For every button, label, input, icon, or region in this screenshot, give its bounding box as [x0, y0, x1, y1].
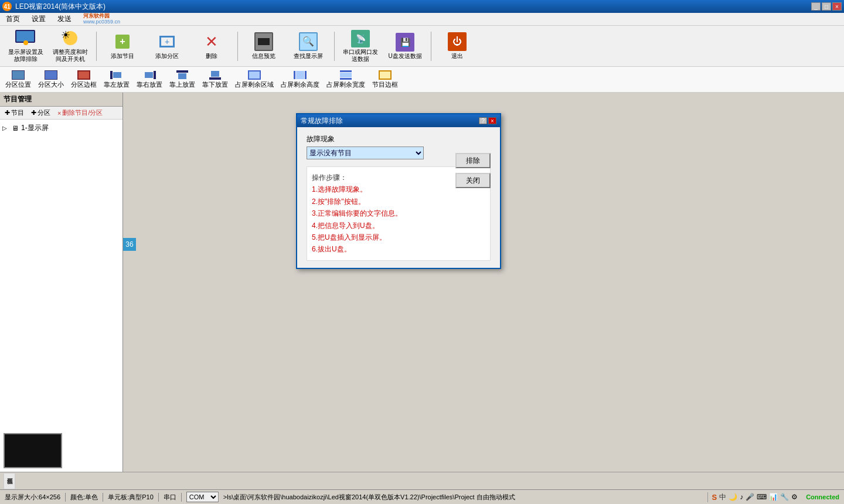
zone-border-label: 分区边框	[71, 80, 97, 89]
properties-panel-tab[interactable]: 属 性 面 板	[4, 473, 15, 489]
fill-remain-width-button[interactable]: 占屏剩余宽度	[324, 69, 368, 91]
title-bar-controls[interactable]: _ □ ×	[811, 2, 842, 11]
add-item-node-label: 节目	[11, 108, 24, 117]
menu-settings[interactable]: 设置	[26, 13, 52, 25]
dialog-title: 常规故障排除	[301, 116, 343, 126]
dialog-help-button[interactable]: ?	[479, 117, 487, 124]
tree-item-screen1[interactable]: ▷ 🖥 1-显示屏	[2, 122, 120, 134]
item-border-button[interactable]: 节目边框	[369, 69, 401, 91]
add-zone-node-button[interactable]: ✚分区	[29, 108, 53, 118]
tree-item-label: 1-显示屏	[21, 123, 49, 133]
exit-label: 退出	[451, 52, 463, 60]
keyboard-icon: ⌨	[757, 493, 767, 501]
add-item-button[interactable]: + 添加节目	[101, 28, 144, 64]
zone-size-button[interactable]: 分区大小	[35, 69, 67, 91]
content-area: 节目管理 ✚节目 ✚分区 ×删除节目/分区 ▷ 🖥 1-显示屏 36	[0, 93, 844, 472]
tools-icon: 🔧	[780, 493, 789, 501]
toolbar-sep-3	[334, 32, 335, 61]
find-screen-button[interactable]: 🔍 查找显示屏	[287, 28, 329, 64]
unit-type-status: 单元板:典型P10	[108, 493, 159, 502]
align-top-button[interactable]: 靠上放置	[166, 69, 198, 91]
add-item-node-button[interactable]: ✚节目	[2, 108, 26, 118]
fill-remain-width-label: 占屏剩余宽度	[326, 80, 365, 89]
add-zone-node-label: 分区	[38, 108, 50, 117]
color-mode-status: 颜色:单色	[70, 493, 103, 502]
dialog-close-button[interactable]: ×	[488, 117, 496, 124]
preview-button[interactable]: 信息预览	[243, 28, 285, 64]
step-5: 5.把U盘插入到显示屏。	[312, 231, 485, 243]
exit-button[interactable]: ⏻ 退出	[436, 28, 478, 64]
dialog-title-bar[interactable]: 常规故障排除 ? ×	[297, 114, 500, 127]
menu-home[interactable]: 首页	[0, 13, 26, 25]
menu-send[interactable]: 发送	[52, 13, 77, 25]
display-settings-button[interactable]: 显示屏设置及故障排除	[5, 28, 47, 64]
dialog-body: 故障现象 显示没有节目 排除 关闭 操作步骤： 1.选择故障现象。	[297, 127, 500, 268]
music-icon: ♪	[740, 493, 743, 501]
node-manager-header: 节目管理	[0, 93, 122, 107]
fault-label: 故障现象	[307, 134, 491, 144]
delete-node-button[interactable]: ×删除节目/分区	[55, 108, 106, 118]
maximize-button[interactable]: □	[822, 2, 831, 11]
step-6: 6.拔出U盘。	[312, 243, 485, 255]
delete-label: 删除	[206, 52, 217, 60]
gear-icon: ⚙	[791, 493, 798, 501]
align-bottom-label: 靠下放置	[202, 80, 228, 89]
com-select[interactable]: COM1	[186, 492, 219, 502]
dialog-close-btn[interactable]: 关闭	[455, 173, 491, 188]
screen-size-status: 显示屏大小:64×256	[5, 493, 66, 502]
title-bar-left: 41 LED视窗2014(简体中文版本)	[2, 2, 106, 12]
align-right-label: 靠右放置	[137, 80, 162, 89]
status-bar: 显示屏大小:64×256 颜色:单色 单元板:典型P10 串口 COM1 >ls…	[0, 489, 844, 504]
dialog-title-controls: ? ×	[479, 117, 496, 124]
ime-zh-icon: 中	[719, 492, 726, 502]
app-logo: 41	[2, 2, 12, 11]
sys-tray: S 中 🌙 ♪ 🎤 ⌨ 📊 🔧 ⚙	[707, 492, 801, 502]
close-button[interactable]: ×	[832, 2, 842, 11]
delete-node-label: 删除节目/分区	[62, 108, 103, 117]
align-left-label: 靠左放置	[104, 80, 130, 89]
main-canvas[interactable]: 36 常规故障排除 ? × 故障现象 显示没有节目	[123, 93, 844, 472]
main-toolbar: 显示屏设置及故障排除 ☀ 调整亮度和时间及开关机 + 添加节目 + 添加分区 ✕…	[0, 26, 844, 67]
watermark-logo: 河东软件园	[83, 13, 120, 19]
delete-button[interactable]: ✕ 删除	[190, 28, 233, 64]
zone-size-label: 分区大小	[38, 80, 64, 89]
port-label: 串口	[164, 493, 182, 502]
toolbar-sep-2	[237, 32, 238, 61]
left-panel: 节目管理 ✚节目 ✚分区 ×删除节目/分区 ▷ 🖥 1-显示屏	[0, 93, 123, 472]
send-com-button[interactable]: 📡 串口或网口发送数据	[339, 28, 382, 64]
brightness-button[interactable]: ☀ 调整亮度和时间及开关机	[49, 28, 91, 64]
fill-remain-area-button[interactable]: 占屏剩余区域	[232, 69, 277, 91]
connected-badge: Connected	[806, 493, 839, 500]
troubleshoot-button[interactable]: 排除	[455, 153, 491, 168]
tree-expand-icon: ▷	[2, 125, 9, 131]
display-settings-label: 显示屏设置及故障排除	[6, 49, 45, 63]
chart-icon: 📊	[769, 493, 778, 501]
bottom-panel: 属 性 面 板	[0, 472, 844, 489]
add-zone-button[interactable]: + 添加分区	[146, 28, 188, 64]
dialog-overlay: 常规故障排除 ? × 故障现象 显示没有节目	[123, 93, 844, 472]
toolbar-sep-1	[96, 32, 97, 61]
node-tree: ▷ 🖥 1-显示屏	[0, 120, 122, 430]
fill-remain-height-button[interactable]: 占屏剩余高度	[278, 69, 322, 91]
step-3: 3.正常编辑你要的文字信息。	[312, 207, 485, 219]
align-right-button[interactable]: 靠右放置	[134, 69, 165, 91]
sougou-icon: S	[712, 493, 717, 502]
menu-bar: 首页 设置 发送 河东软件园 www.pc0359.cn	[0, 13, 844, 26]
minimize-button[interactable]: _	[811, 2, 821, 11]
fault-select[interactable]: 显示没有节目	[307, 147, 424, 159]
zone-pos-button[interactable]: 分区位置	[2, 69, 34, 91]
usb-label: U盘发送数据	[388, 53, 421, 60]
add-zone-label: 添加分区	[155, 52, 179, 60]
sub-toolbar: 分区位置 分区大小 分区边框 靠左放置 靠右放置 靠上放置 靠下放置	[0, 67, 844, 93]
zone-border-button[interactable]: 分区边框	[68, 69, 100, 91]
align-left-button[interactable]: 靠左放置	[101, 69, 132, 91]
fill-remain-area-label: 占屏剩余区域	[235, 80, 274, 89]
mic-icon: 🎤	[746, 493, 754, 501]
item-border-label: 节目边框	[372, 80, 398, 89]
send-com-label: 串口或网口发送数据	[341, 49, 380, 63]
watermark-url: www.pc0359.cn	[83, 19, 120, 25]
align-bottom-button[interactable]: 靠下放置	[199, 69, 231, 91]
usb-button[interactable]: 💾 U盘发送数据	[384, 28, 426, 64]
fill-remain-height-label: 占屏剩余高度	[281, 80, 319, 89]
toolbar-sep-4	[431, 32, 431, 61]
